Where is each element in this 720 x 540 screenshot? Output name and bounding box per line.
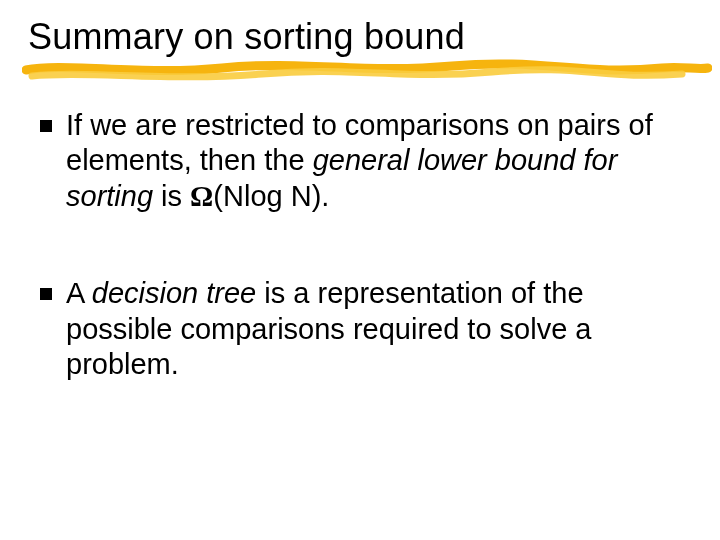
slide-body: If we are restricted to comparisons on p… — [28, 108, 692, 382]
slide-title: Summary on sorting bound — [28, 16, 692, 58]
text-run: A — [66, 277, 92, 309]
bullet-marker-icon — [40, 288, 52, 300]
text-run: (Nlog N). — [213, 180, 329, 212]
emphasis-text: decision tree — [92, 277, 256, 309]
bullet-marker-icon — [40, 120, 52, 132]
slide: Summary on sorting bound If we are restr… — [0, 0, 720, 540]
title-underline — [22, 56, 712, 84]
bullet-item: If we are restricted to comparisons on p… — [40, 108, 688, 214]
bullet-text: If we are restricted to comparisons on p… — [66, 108, 688, 214]
text-run: is — [153, 180, 190, 212]
bullet-item: A decision tree is a representation of t… — [40, 276, 688, 382]
bullet-text: A decision tree is a representation of t… — [66, 276, 688, 382]
omega-symbol: Ω — [190, 180, 213, 212]
